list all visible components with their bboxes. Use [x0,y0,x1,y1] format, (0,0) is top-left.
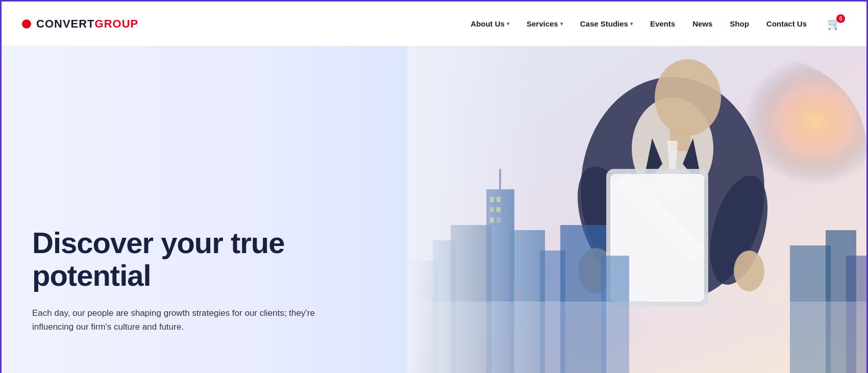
nav-item-contact-us[interactable]: Contact Us [759,15,814,32]
nav-label-contact-us: Contact Us [766,19,807,28]
main-nav: About Us ▾ Services ▾ Case Studies ▾ Eve… [463,14,846,34]
logo-convert: CONVERT [36,17,95,30]
hero-title: Discover your true potential [32,227,379,292]
chevron-down-icon: ▾ [507,21,509,27]
nav-item-news[interactable]: News [685,15,720,32]
chevron-down-icon: ▾ [560,21,563,27]
logo[interactable]: CONVERTGROUP [22,17,138,31]
header: CONVERTGROUP About Us ▾ Services ▾ Case … [2,2,866,46]
chevron-down-icon: ▾ [630,21,633,27]
hero-illustration [407,46,866,373]
nav-label-case-studies: Case Studies [580,19,628,28]
logo-text: CONVERTGROUP [36,17,138,31]
nav-label-shop: Shop [730,19,749,28]
nav-label-about-us: About Us [470,19,505,28]
nav-item-about-us[interactable]: About Us ▾ [463,15,516,32]
hero-image-area [407,46,866,373]
cart-button[interactable]: 🛒 0 [822,14,846,34]
nav-label-services: Services [527,19,558,28]
svg-rect-36 [407,46,866,373]
hero-content: Discover your true potential Each day, o… [32,227,379,334]
nav-item-case-studies[interactable]: Case Studies ▾ [573,15,640,32]
cart-badge: 0 [836,14,845,23]
hero-section: Discover your true potential Each day, o… [2,46,866,373]
logo-group: GROUP [95,17,139,30]
nav-label-news: News [692,19,712,28]
hero-subtitle: Each day, our people are shaping growth … [32,306,328,334]
logo-dot-icon [22,19,31,29]
nav-label-events: Events [650,19,675,28]
nav-item-shop[interactable]: Shop [723,15,756,32]
nav-item-events[interactable]: Events [643,15,682,32]
nav-item-services[interactable]: Services ▾ [519,15,570,32]
